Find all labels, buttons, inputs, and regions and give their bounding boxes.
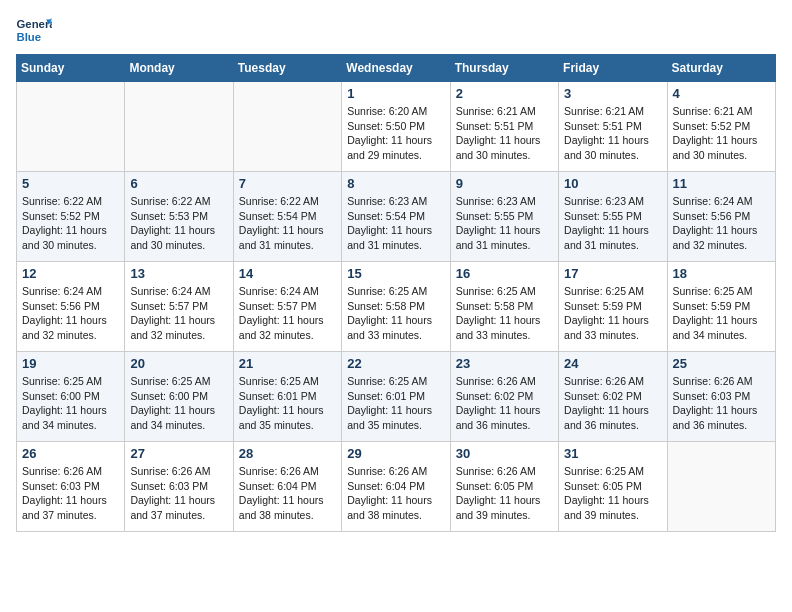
calendar-cell: 14Sunrise: 6:24 AMSunset: 5:57 PMDayligh… <box>233 262 341 352</box>
calendar-cell: 1Sunrise: 6:20 AMSunset: 5:50 PMDaylight… <box>342 82 450 172</box>
day-info: Sunrise: 6:24 AMSunset: 5:57 PMDaylight:… <box>239 284 336 343</box>
calendar-cell: 6Sunrise: 6:22 AMSunset: 5:53 PMDaylight… <box>125 172 233 262</box>
calendar-cell <box>17 82 125 172</box>
weekday-header-friday: Friday <box>559 55 667 82</box>
calendar-table: SundayMondayTuesdayWednesdayThursdayFrid… <box>16 54 776 532</box>
day-number: 10 <box>564 176 661 191</box>
day-number: 24 <box>564 356 661 371</box>
day-number: 18 <box>673 266 770 281</box>
day-info: Sunrise: 6:23 AMSunset: 5:54 PMDaylight:… <box>347 194 444 253</box>
day-info: Sunrise: 6:25 AMSunset: 6:01 PMDaylight:… <box>239 374 336 433</box>
weekday-header-monday: Monday <box>125 55 233 82</box>
calendar-cell: 25Sunrise: 6:26 AMSunset: 6:03 PMDayligh… <box>667 352 775 442</box>
day-number: 2 <box>456 86 553 101</box>
day-info: Sunrise: 6:25 AMSunset: 5:58 PMDaylight:… <box>347 284 444 343</box>
day-info: Sunrise: 6:22 AMSunset: 5:52 PMDaylight:… <box>22 194 119 253</box>
calendar-cell: 21Sunrise: 6:25 AMSunset: 6:01 PMDayligh… <box>233 352 341 442</box>
calendar-cell: 2Sunrise: 6:21 AMSunset: 5:51 PMDaylight… <box>450 82 558 172</box>
day-info: Sunrise: 6:23 AMSunset: 5:55 PMDaylight:… <box>564 194 661 253</box>
day-number: 30 <box>456 446 553 461</box>
calendar-cell <box>125 82 233 172</box>
day-info: Sunrise: 6:26 AMSunset: 6:04 PMDaylight:… <box>347 464 444 523</box>
day-number: 9 <box>456 176 553 191</box>
day-info: Sunrise: 6:25 AMSunset: 6:00 PMDaylight:… <box>22 374 119 433</box>
svg-text:Blue: Blue <box>17 31 42 43</box>
day-info: Sunrise: 6:26 AMSunset: 6:03 PMDaylight:… <box>673 374 770 433</box>
calendar-cell: 10Sunrise: 6:23 AMSunset: 5:55 PMDayligh… <box>559 172 667 262</box>
day-number: 4 <box>673 86 770 101</box>
day-info: Sunrise: 6:26 AMSunset: 6:02 PMDaylight:… <box>564 374 661 433</box>
day-number: 22 <box>347 356 444 371</box>
day-info: Sunrise: 6:23 AMSunset: 5:55 PMDaylight:… <box>456 194 553 253</box>
day-info: Sunrise: 6:25 AMSunset: 5:59 PMDaylight:… <box>673 284 770 343</box>
day-info: Sunrise: 6:20 AMSunset: 5:50 PMDaylight:… <box>347 104 444 163</box>
calendar-cell: 20Sunrise: 6:25 AMSunset: 6:00 PMDayligh… <box>125 352 233 442</box>
day-info: Sunrise: 6:26 AMSunset: 6:02 PMDaylight:… <box>456 374 553 433</box>
day-number: 21 <box>239 356 336 371</box>
day-number: 7 <box>239 176 336 191</box>
calendar-cell: 15Sunrise: 6:25 AMSunset: 5:58 PMDayligh… <box>342 262 450 352</box>
day-number: 5 <box>22 176 119 191</box>
day-info: Sunrise: 6:21 AMSunset: 5:52 PMDaylight:… <box>673 104 770 163</box>
calendar-cell: 19Sunrise: 6:25 AMSunset: 6:00 PMDayligh… <box>17 352 125 442</box>
calendar-cell: 3Sunrise: 6:21 AMSunset: 5:51 PMDaylight… <box>559 82 667 172</box>
day-number: 31 <box>564 446 661 461</box>
calendar-cell: 7Sunrise: 6:22 AMSunset: 5:54 PMDaylight… <box>233 172 341 262</box>
calendar-cell: 23Sunrise: 6:26 AMSunset: 6:02 PMDayligh… <box>450 352 558 442</box>
day-info: Sunrise: 6:21 AMSunset: 5:51 PMDaylight:… <box>456 104 553 163</box>
calendar-cell: 24Sunrise: 6:26 AMSunset: 6:02 PMDayligh… <box>559 352 667 442</box>
calendar-cell: 30Sunrise: 6:26 AMSunset: 6:05 PMDayligh… <box>450 442 558 532</box>
day-number: 28 <box>239 446 336 461</box>
day-number: 17 <box>564 266 661 281</box>
calendar-week-row: 1Sunrise: 6:20 AMSunset: 5:50 PMDaylight… <box>17 82 776 172</box>
weekday-header-saturday: Saturday <box>667 55 775 82</box>
day-info: Sunrise: 6:26 AMSunset: 6:05 PMDaylight:… <box>456 464 553 523</box>
calendar-cell: 12Sunrise: 6:24 AMSunset: 5:56 PMDayligh… <box>17 262 125 352</box>
calendar-cell: 8Sunrise: 6:23 AMSunset: 5:54 PMDaylight… <box>342 172 450 262</box>
calendar-week-row: 12Sunrise: 6:24 AMSunset: 5:56 PMDayligh… <box>17 262 776 352</box>
day-number: 8 <box>347 176 444 191</box>
day-info: Sunrise: 6:25 AMSunset: 5:59 PMDaylight:… <box>564 284 661 343</box>
calendar-week-row: 26Sunrise: 6:26 AMSunset: 6:03 PMDayligh… <box>17 442 776 532</box>
calendar-cell: 31Sunrise: 6:25 AMSunset: 6:05 PMDayligh… <box>559 442 667 532</box>
calendar-cell: 5Sunrise: 6:22 AMSunset: 5:52 PMDaylight… <box>17 172 125 262</box>
day-info: Sunrise: 6:21 AMSunset: 5:51 PMDaylight:… <box>564 104 661 163</box>
day-number: 25 <box>673 356 770 371</box>
calendar-cell: 28Sunrise: 6:26 AMSunset: 6:04 PMDayligh… <box>233 442 341 532</box>
day-info: Sunrise: 6:24 AMSunset: 5:56 PMDaylight:… <box>22 284 119 343</box>
day-number: 14 <box>239 266 336 281</box>
logo-icon: General Blue <box>16 16 52 44</box>
calendar-cell: 18Sunrise: 6:25 AMSunset: 5:59 PMDayligh… <box>667 262 775 352</box>
day-number: 1 <box>347 86 444 101</box>
calendar-cell: 4Sunrise: 6:21 AMSunset: 5:52 PMDaylight… <box>667 82 775 172</box>
weekday-header-sunday: Sunday <box>17 55 125 82</box>
calendar-week-row: 5Sunrise: 6:22 AMSunset: 5:52 PMDaylight… <box>17 172 776 262</box>
calendar-cell: 11Sunrise: 6:24 AMSunset: 5:56 PMDayligh… <box>667 172 775 262</box>
day-number: 3 <box>564 86 661 101</box>
calendar-cell: 9Sunrise: 6:23 AMSunset: 5:55 PMDaylight… <box>450 172 558 262</box>
calendar-cell <box>233 82 341 172</box>
day-info: Sunrise: 6:25 AMSunset: 6:01 PMDaylight:… <box>347 374 444 433</box>
day-number: 19 <box>22 356 119 371</box>
calendar-cell: 16Sunrise: 6:25 AMSunset: 5:58 PMDayligh… <box>450 262 558 352</box>
calendar-cell: 27Sunrise: 6:26 AMSunset: 6:03 PMDayligh… <box>125 442 233 532</box>
day-number: 16 <box>456 266 553 281</box>
calendar-cell: 17Sunrise: 6:25 AMSunset: 5:59 PMDayligh… <box>559 262 667 352</box>
day-number: 20 <box>130 356 227 371</box>
day-info: Sunrise: 6:25 AMSunset: 6:05 PMDaylight:… <box>564 464 661 523</box>
day-number: 23 <box>456 356 553 371</box>
calendar-cell: 26Sunrise: 6:26 AMSunset: 6:03 PMDayligh… <box>17 442 125 532</box>
day-number: 13 <box>130 266 227 281</box>
calendar-cell: 13Sunrise: 6:24 AMSunset: 5:57 PMDayligh… <box>125 262 233 352</box>
day-info: Sunrise: 6:22 AMSunset: 5:53 PMDaylight:… <box>130 194 227 253</box>
day-number: 6 <box>130 176 227 191</box>
day-info: Sunrise: 6:24 AMSunset: 5:56 PMDaylight:… <box>673 194 770 253</box>
calendar-cell <box>667 442 775 532</box>
day-number: 12 <box>22 266 119 281</box>
day-number: 27 <box>130 446 227 461</box>
day-info: Sunrise: 6:26 AMSunset: 6:04 PMDaylight:… <box>239 464 336 523</box>
day-info: Sunrise: 6:25 AMSunset: 6:00 PMDaylight:… <box>130 374 227 433</box>
day-number: 29 <box>347 446 444 461</box>
day-info: Sunrise: 6:25 AMSunset: 5:58 PMDaylight:… <box>456 284 553 343</box>
day-info: Sunrise: 6:26 AMSunset: 6:03 PMDaylight:… <box>22 464 119 523</box>
